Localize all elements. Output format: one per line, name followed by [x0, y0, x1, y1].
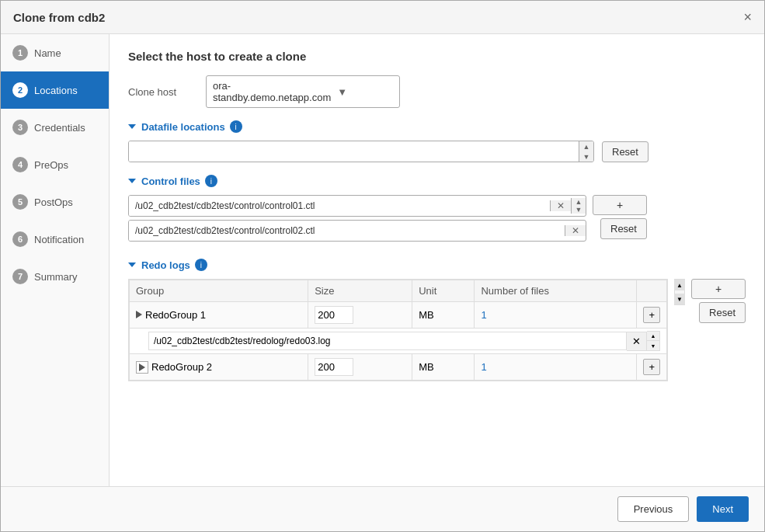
sidebar-item-postops[interactable]: 5 PostOps: [1, 183, 109, 221]
clone-host-row: Clone host ora-standby.demo.netapp.com ▼: [128, 75, 746, 108]
redo-group2-actions-cell: +: [637, 354, 667, 381]
redo-section-label: Redo logs: [141, 259, 190, 271]
redo-info-icon[interactable]: i: [195, 259, 207, 271]
datafile-info-icon[interactable]: i: [230, 120, 242, 133]
redo-reset-button[interactable]: Reset: [699, 302, 746, 323]
datafile-toggle[interactable]: Datafile locations: [128, 121, 225, 133]
redo-group-row-2: RedoGroup 2 MB 1: [130, 354, 667, 381]
redo-scrollbar: ▲ ▼: [674, 279, 685, 305]
clone-host-select[interactable]: ora-standby.demo.netapp.com ▼: [206, 75, 400, 108]
redo-group2-numfiles-cell: 1: [475, 354, 637, 381]
next-button[interactable]: Next: [697, 496, 749, 522]
sidebar-label-preops: PreOps: [34, 159, 68, 171]
dialog-body: 1 Name 2 Locations 3 Credentials 4 PreOp…: [1, 34, 764, 486]
sidebar-label-notification: Notification: [34, 234, 84, 245]
control-file-remove-2[interactable]: ✕: [565, 225, 586, 236]
redo-group1-name: RedoGroup 1: [145, 309, 206, 321]
redo-collapse-icon: [128, 263, 136, 267]
datafile-input-wrap: /u02_cdb2test ▲ ▼: [128, 141, 594, 162]
control-collapse-icon: [128, 179, 136, 183]
control-file-row-2: ✕: [128, 220, 586, 242]
redo-group2-unit-cell: MB: [412, 354, 475, 381]
redo-group2-checkbox-icon[interactable]: [136, 361, 148, 374]
redo-group1-numfiles[interactable]: 1: [481, 309, 486, 321]
page-title: Select the host to create a clone: [128, 50, 746, 63]
control-section-label: Control files: [141, 176, 200, 187]
control-scroll-up-1[interactable]: ▲: [572, 198, 586, 206]
sidebar-label-summary: Summary: [34, 271, 78, 283]
redo-add-button[interactable]: +: [691, 279, 746, 299]
control-file-input-1[interactable]: [129, 196, 550, 216]
sidebar-label-locations: Locations: [34, 85, 78, 96]
redo-group2-unit: MB: [419, 361, 434, 373]
step-num-7: 7: [12, 269, 28, 284]
control-file-input-2[interactable]: [129, 221, 565, 241]
redo-scroll-down[interactable]: ▼: [674, 294, 685, 304]
redo-right-actions: + Reset: [691, 279, 746, 323]
redo-table-container: Group Size Unit Number of files: [128, 279, 668, 381]
redo-col-unit: Unit: [412, 280, 475, 302]
control-file-scroll-1: ▲ ▼: [571, 198, 586, 214]
control-files-area: ✕ ▲ ▼ ✕ + Reset: [128, 195, 746, 245]
datafile-scroll-up[interactable]: ▲: [579, 141, 593, 151]
redo-group1-add-btn[interactable]: +: [643, 307, 660, 323]
control-actions: + Reset: [593, 195, 647, 239]
redo-section-header: Redo logs i: [128, 259, 746, 271]
sidebar-item-summary[interactable]: 7 Summary: [1, 258, 109, 295]
dialog-title: Clone from cdb2: [13, 11, 105, 24]
redo-col-group: Group: [130, 280, 308, 302]
redo-table: Group Size Unit Number of files: [129, 280, 667, 381]
redo-group1-file-row: ✕ ▲ ▼: [130, 329, 667, 354]
clone-dialog: Clone from cdb2 × 1 Name 2 Locations 3 C…: [0, 0, 765, 532]
control-file-row-1: ✕ ▲ ▼: [128, 195, 586, 217]
sidebar-label-name: Name: [34, 47, 61, 59]
control-file-remove-1[interactable]: ✕: [550, 200, 571, 211]
redo-group2-size-input[interactable]: [315, 358, 353, 376]
datafile-section-header: Datafile locations i: [128, 120, 746, 133]
redo-toggle[interactable]: Redo logs: [128, 259, 190, 271]
redo-group2-add-btn[interactable]: +: [643, 359, 660, 375]
redo-group1-size-input[interactable]: [315, 306, 353, 324]
redo-group2-numfiles[interactable]: 1: [481, 361, 486, 373]
close-button[interactable]: ×: [743, 10, 752, 24]
control-info-icon[interactable]: i: [205, 175, 217, 187]
control-add-button[interactable]: +: [593, 195, 647, 215]
sidebar: 1 Name 2 Locations 3 Credentials 4 PreOp…: [1, 34, 110, 486]
step-num-3: 3: [12, 120, 28, 135]
datafile-reset-button[interactable]: Reset: [602, 141, 649, 162]
redo-group1-unit-cell: MB: [412, 302, 475, 329]
sidebar-item-locations[interactable]: 2 Locations: [1, 71, 109, 109]
redo-group1-file-scroll-up[interactable]: ▲: [647, 332, 659, 341]
redo-group1-size-cell: [308, 302, 412, 329]
main-content: Select the host to create a clone Clone …: [110, 34, 764, 486]
redo-group1-actions-cell: +: [637, 302, 667, 329]
redo-scroll-up[interactable]: ▲: [674, 280, 685, 290]
dialog-footer: Previous Next: [1, 486, 764, 531]
datafile-section-label: Datafile locations: [141, 121, 225, 133]
redo-group1-file-remove[interactable]: ✕: [627, 332, 647, 351]
datafile-scroll-down[interactable]: ▼: [579, 151, 593, 162]
redo-col-numfiles: Number of files: [475, 280, 637, 302]
previous-button[interactable]: Previous: [617, 496, 690, 522]
control-scroll-down-1[interactable]: ▼: [572, 206, 586, 214]
sidebar-item-credentials[interactable]: 3 Credentials: [1, 109, 109, 146]
control-reset-button[interactable]: Reset: [600, 218, 647, 239]
redo-outer: Group Size Unit Number of files: [128, 279, 746, 381]
sidebar-item-name[interactable]: 1 Name: [1, 34, 109, 71]
redo-group1-file-input[interactable]: [148, 332, 627, 350]
sidebar-item-notification[interactable]: 6 Notification: [1, 221, 109, 258]
redo-table-header-row: Group Size Unit Number of files: [130, 280, 667, 302]
control-toggle[interactable]: Control files: [128, 176, 200, 187]
redo-group1-numfiles-cell: 1: [475, 302, 637, 329]
redo-group2-triangle-icon: [139, 363, 145, 371]
redo-group1-file-scroll-down[interactable]: ▼: [647, 341, 659, 350]
sidebar-item-preops[interactable]: 4 PreOps: [1, 146, 109, 183]
datafile-input[interactable]: /u02_cdb2test: [129, 141, 579, 162]
datafile-row: /u02_cdb2test ▲ ▼ Reset: [128, 141, 746, 162]
sidebar-label-postops: PostOps: [34, 196, 73, 208]
control-section-header: Control files i: [128, 175, 746, 187]
redo-group2-name: RedoGroup 2: [151, 361, 212, 373]
redo-group1-expand-icon[interactable]: [136, 311, 142, 318]
clone-host-label: Clone host: [128, 86, 206, 98]
control-files-list: ✕ ▲ ▼ ✕: [128, 195, 586, 245]
